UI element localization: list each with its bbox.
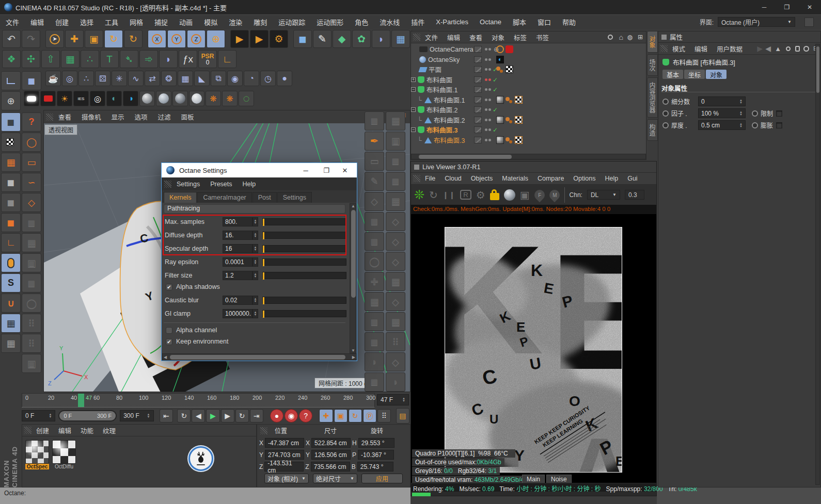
polygon-pen-button[interactable]: ✒ xyxy=(365,132,384,151)
lock-y-button[interactable]: Y xyxy=(167,30,186,48)
menu-render[interactable]: 渲染 xyxy=(223,17,248,27)
sim-explode-button[interactable]: ✳ xyxy=(112,71,127,86)
python-button[interactable]: ∿ xyxy=(128,71,144,86)
dialog-close-button[interactable]: ✕ xyxy=(337,167,353,174)
object-axis-button[interactable]: ∟ xyxy=(1,233,21,252)
scroll-left-icon[interactable]: ◀ xyxy=(164,355,167,360)
up-arrow-icon[interactable]: ▲ xyxy=(775,45,781,53)
last-tool-button[interactable]: ↻ xyxy=(124,30,143,48)
menu-window[interactable]: 窗口 xyxy=(532,17,557,27)
spinner[interactable]: ▲▼ xyxy=(252,271,258,280)
rotate-tool-button[interactable]: ↻ xyxy=(104,30,123,48)
keep-environment-checkbox[interactable]: ✔ xyxy=(166,338,172,345)
pos-z-field[interactable]: -143.531 cm xyxy=(264,462,304,472)
help-tool-button[interactable]: ? xyxy=(22,112,41,132)
anim-knob-icon[interactable] xyxy=(662,99,669,105)
spinner[interactable]: ▲▼ xyxy=(252,244,258,253)
tab-post[interactable]: Post xyxy=(252,192,277,203)
lock-icon[interactable] xyxy=(795,46,800,52)
size-z-field[interactable]: 735.566 cm xyxy=(311,462,350,472)
dlg-menu-presets[interactable]: Presets xyxy=(205,181,237,188)
factor-field[interactable]: 100 %▲▼ xyxy=(698,108,746,118)
render-picture-viewer-button[interactable]: ▶ xyxy=(250,30,269,48)
scroll-right-icon[interactable]: ▶ xyxy=(352,355,355,360)
render-canvas[interactable]: K E E A K E P K E xyxy=(411,214,656,483)
film-settings-pin-icon[interactable]: F xyxy=(532,187,546,202)
tree-row-cloth[interactable]: + 布料曲面 ✓ xyxy=(411,75,646,85)
settings-gear-icon[interactable]: ⚙ xyxy=(476,189,485,201)
vp-menu-camera[interactable]: 摄像机 xyxy=(76,112,106,122)
mograph-button[interactable]: ✿ xyxy=(352,30,371,48)
text-button[interactable]: T xyxy=(100,50,119,68)
history-back-icon[interactable]: ◀ xyxy=(765,44,771,53)
rot-b-field[interactable]: 25.743 ° xyxy=(357,462,393,472)
collapse-icon[interactable]: − xyxy=(411,127,416,132)
tab-settings[interactable]: Settings xyxy=(277,192,312,203)
target-button[interactable]: ◔ xyxy=(244,71,259,86)
poly-select-button[interactable]: ◇ xyxy=(22,193,41,212)
panel-grip[interactable] xyxy=(24,427,31,434)
extrude-button[interactable]: ⇧ xyxy=(41,50,60,68)
current-frame-field[interactable]: 47 F▲▼ xyxy=(377,394,409,405)
noise-tag[interactable] xyxy=(496,136,504,144)
om-menu-view[interactable]: 查看 xyxy=(465,32,487,42)
lv-menu-compare[interactable]: Compare xyxy=(533,175,569,182)
octane-camera-tag[interactable] xyxy=(506,45,513,53)
mat-menu-edit[interactable]: 编辑 xyxy=(54,426,76,435)
lv-menu-gui[interactable]: Gui xyxy=(623,175,642,182)
scene-nodes-button[interactable] xyxy=(1,71,21,90)
alpha-channel-checkbox[interactable] xyxy=(166,327,172,334)
anim-knob-icon[interactable] xyxy=(752,110,758,117)
undo-button[interactable]: ↶ xyxy=(2,30,21,48)
max-samples-field[interactable]: 800. xyxy=(223,217,252,226)
panel-grip[interactable] xyxy=(46,113,53,121)
octane-material2-button[interactable] xyxy=(156,91,171,106)
vp-menu-display[interactable]: 显示 xyxy=(106,112,130,122)
octane-sky-button[interactable]: ◑ xyxy=(123,91,138,106)
menu-xparticles[interactable]: X-Particles xyxy=(430,18,474,26)
timeline-window-button[interactable]: ▤ xyxy=(396,408,409,424)
sim-rings-button[interactable]: ◎ xyxy=(62,71,77,86)
next-key-button[interactable]: ↻ xyxy=(235,409,249,422)
tab-noise[interactable]: Noise xyxy=(546,475,572,483)
filter-size-slider[interactable] xyxy=(262,272,346,279)
collapse-icon[interactable]: − xyxy=(411,107,416,112)
lock-z-button[interactable]: Z xyxy=(187,30,206,48)
camera-morph-button[interactable]: ◉ xyxy=(227,71,243,86)
picture-frame-icon[interactable]: ▣ xyxy=(520,189,530,201)
ray-epsilon-slider[interactable] xyxy=(262,258,346,266)
alpha-shadows-checkbox[interactable]: ✔ xyxy=(166,284,172,290)
dock-tab-object[interactable]: 对象 xyxy=(647,31,658,53)
polygons-mode-button[interactable]: ◼ xyxy=(1,213,21,232)
pause-render-icon[interactable]: ❙❙ xyxy=(443,191,455,199)
scroll-up-icon[interactable]: ▲ xyxy=(351,204,355,208)
layout-icon[interactable] xyxy=(804,18,814,27)
material-item[interactable]: OctDiffu xyxy=(52,440,76,469)
tab-basic[interactable]: 基本 xyxy=(662,70,683,79)
lv-menu-file[interactable]: File xyxy=(420,175,440,182)
ray-epsilon-field[interactable]: 0.0001 xyxy=(223,257,252,267)
tree-row-cloth2[interactable]: − 布料曲面.2 ✓ xyxy=(411,105,646,115)
attr-menu-mode[interactable]: 模式 xyxy=(668,44,690,54)
camera-disable-tag[interactable] xyxy=(496,45,504,53)
add-bookmark-icon[interactable]: ⊞ xyxy=(638,34,643,41)
menu-animate[interactable]: 动画 xyxy=(173,17,198,27)
render-view-button[interactable]: ▶ xyxy=(230,30,249,48)
dlg-menu-help[interactable]: Help xyxy=(238,181,261,188)
octane-material4-button[interactable] xyxy=(189,91,204,106)
next-frame-button[interactable]: ▶ xyxy=(221,409,234,422)
lv-menu-materials[interactable]: Materials xyxy=(497,175,533,182)
menu-plugins[interactable]: 插件 xyxy=(405,17,430,27)
deformer-button[interactable]: ◗ xyxy=(372,30,390,48)
specular-depth-field[interactable]: 16 xyxy=(223,244,252,253)
goto-end-button[interactable]: ⇥ xyxy=(250,409,263,422)
uvw-tag[interactable] xyxy=(515,136,523,144)
anim-knob-icon[interactable] xyxy=(662,110,669,117)
tree-row-cloth2-child[interactable]: └ 布料曲面.2 xyxy=(411,115,646,125)
region-render-icon[interactable]: R xyxy=(460,190,471,200)
menu-script[interactable]: 脚本 xyxy=(507,17,532,27)
play-button[interactable]: ▶ xyxy=(206,409,219,422)
diffuse-depth-slider[interactable] xyxy=(262,232,346,239)
spinner[interactable]: ▲▼ xyxy=(252,296,258,305)
panel-grip[interactable] xyxy=(164,181,171,188)
